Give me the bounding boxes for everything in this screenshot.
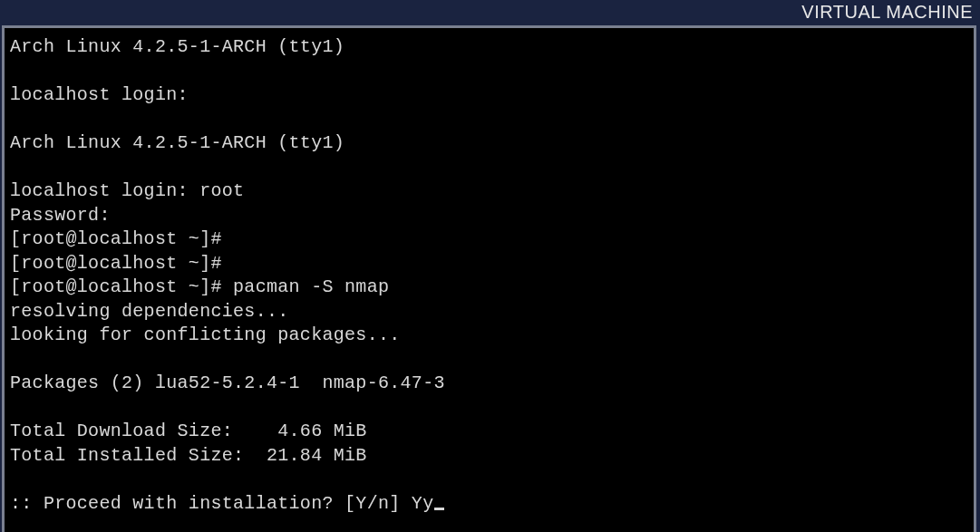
terminal-line: [root@localhost ~]# [10,228,222,249]
terminal-line: localhost login: [10,84,189,105]
terminal-line: Password: [10,205,111,226]
terminal-line: [root@localhost ~]# pacman -S nmap [10,276,389,297]
terminal-output: Arch Linux 4.2.5-1-ARCH (tty1) localhost… [10,35,968,516]
cursor-icon [434,508,444,510]
terminal-line: Total Download Size: 4.66 MiB [10,421,367,441]
terminal-line: looking for conflicting packages... [10,324,401,345]
terminal-line: localhost login: root [10,180,244,201]
terminal-line: :: Proceed with installation? [Y/n] Yy [10,493,433,514]
terminal-line: Arch Linux 4.2.5-1-ARCH (tty1) [10,36,344,57]
terminal-line: resolving dependencies... [10,301,289,322]
terminal-line: [root@localhost ~]# [10,253,222,274]
terminal-line: Packages (2) lua52-5.2.4-1 nmap-6.47-3 [10,372,445,393]
terminal-line: Arch Linux 4.2.5-1-ARCH (tty1) [10,132,344,153]
terminal-line: Total Installed Size: 21.84 MiB [10,445,367,466]
terminal-window[interactable]: Arch Linux 4.2.5-1-ARCH (tty1) localhost… [2,25,976,532]
virtual-machine-label: VIRTUAL MACHINE [801,2,973,23]
